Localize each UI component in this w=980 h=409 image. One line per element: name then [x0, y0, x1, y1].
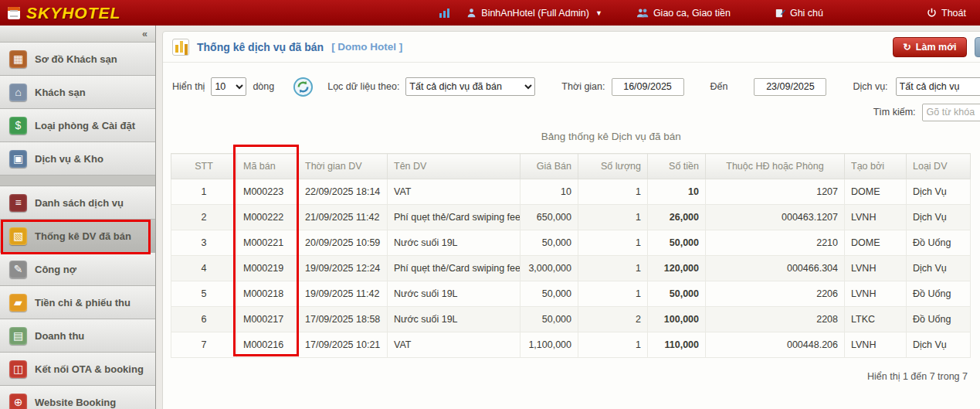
topbar: SKYHOTEL BinhAnHotel (Full Admin) ▼ Giao… — [0, 0, 980, 26]
table-cell: M000218 — [237, 281, 299, 307]
column-header[interactable]: Số lượng — [578, 154, 648, 179]
table-cell: 10 — [521, 179, 578, 205]
user-menu-label: BinhAnHotel (Full Admin) — [481, 8, 589, 19]
table-cell: LVNH — [845, 256, 907, 281]
filter-by-select[interactable]: Tất cả dịch vụ đã bán — [405, 77, 535, 96]
table-title: Bảng thống kê Dịch vụ đã bán — [163, 131, 980, 145]
column-header[interactable]: Thuộc HĐ hoặc Phòng — [706, 154, 845, 179]
sidebar-item-service-warehouse[interactable]: ▣Dịch vụ & Kho — [0, 142, 155, 176]
page-size-select[interactable]: 10 — [211, 77, 246, 96]
column-header[interactable]: STT — [171, 154, 237, 179]
sidebar-item-hotel-building[interactable]: ⌂Khách sạn — [0, 76, 155, 109]
sidebar-item-label: Doanh thu — [35, 330, 84, 342]
search-row: Tìm kiếm: — [172, 103, 980, 121]
report-icon — [172, 39, 189, 56]
table-cell: 1 — [578, 256, 648, 281]
date-to-input[interactable] — [754, 78, 826, 96]
refresh-icon: ↻ — [903, 41, 910, 53]
table-cell: M000219 — [237, 256, 299, 281]
column-header[interactable]: Tên DV — [388, 154, 521, 179]
cash-receipt-icon: ▰ — [9, 294, 27, 312]
column-header[interactable]: Giá Bán — [521, 154, 578, 179]
sidebar-item-hotel-map[interactable]: ▦Sơ đồ Khách sạn — [0, 43, 155, 76]
refresh-button[interactable]: ↻ Làm mới — [893, 37, 966, 57]
table-cell: 000466.304 — [706, 256, 845, 281]
table-cell: 1 — [578, 332, 648, 358]
table-cell: Dịch Vụ — [907, 332, 971, 358]
refresh-data-icon[interactable] — [293, 77, 314, 97]
service-stats-icon: ▧ — [9, 227, 27, 245]
services-sold-table: STTMã bánThời gian DVTên DVGiá BánSố lượ… — [171, 153, 971, 358]
sidebar: « ▦Sơ đồ Khách sạn⌂Khách sạn$Loại phòng … — [0, 26, 156, 409]
sidebar-item-website-booking[interactable]: ⊕Website Booking — [0, 386, 155, 409]
table-cell: VAT — [388, 332, 521, 358]
search-input[interactable] — [922, 104, 980, 121]
table-row[interactable]: 7M00021617/09/2025 10:21VAT1,100,0001110… — [171, 332, 971, 358]
table-cell: M000216 — [237, 332, 299, 358]
app-logo: SKYHOTEL — [26, 4, 120, 22]
sidebar-item-revenue[interactable]: ▤Doanh thu — [0, 319, 155, 353]
user-menu[interactable]: BinhAnHotel (Full Admin) ▼ — [460, 8, 609, 19]
table-cell: 1,100,000 — [521, 332, 578, 358]
table-row[interactable]: 6M00021717/09/2025 18:58Nước suối 19L50,… — [171, 307, 971, 332]
menu-notes[interactable]: Ghi chú — [769, 8, 829, 19]
sidebar-item-service-list[interactable]: ≡Danh sách dịch vụ — [0, 186, 155, 220]
table-cell: 50,000 — [648, 281, 706, 307]
table-row[interactable]: 1M00022322/09/2025 18:14VAT101101207DOME… — [171, 179, 971, 205]
page-title: Thống kê dịch vụ đã bán — [197, 41, 324, 53]
sidebar-collapse-button[interactable]: « — [0, 26, 155, 43]
table-cell: Phí quẹt thẻ/Card swiping fee — [388, 256, 521, 281]
ota-booking-icon: ◫ — [9, 360, 27, 378]
menu-handover[interactable]: Giao ca, Giao tiền — [630, 8, 737, 19]
table-cell: Nước suối 19L — [388, 230, 521, 256]
page-header: Thống kê dịch vụ đã bán [ Domo Hotel ] ↻… — [163, 32, 980, 63]
table-cell: 650,000 — [521, 205, 578, 230]
table-cell: 000463.1207 — [706, 205, 845, 230]
signal-bars-icon[interactable] — [439, 9, 449, 18]
menu-notes-label: Ghi chú — [790, 8, 823, 19]
column-header[interactable]: Loại DV — [907, 154, 971, 179]
column-header[interactable]: Tạo bởi — [845, 154, 907, 179]
service-select[interactable]: Tất cả dịch vụ — [896, 77, 980, 96]
table-cell: 50,000 — [648, 230, 706, 256]
sidebar-item-cash-receipt[interactable]: ▰Tiền chi & phiếu thu — [0, 286, 155, 319]
table-footer: Hiển thị 1 đến 7 trong 7 |◀ ◀ 1 ▶ ▶| — [163, 368, 980, 384]
table-cell: M000222 — [237, 205, 299, 230]
hotel-building-icon: ⌂ — [9, 84, 27, 101]
table-cell: 1 — [578, 281, 648, 307]
column-header[interactable]: Số tiền — [648, 154, 706, 179]
table-header-row: STTMã bánThời gian DVTên DVGiá BánSố lượ… — [171, 154, 971, 179]
date-from-input[interactable] — [612, 78, 684, 96]
sidebar-item-ota-booking[interactable]: ◫Kết nối OTA & booking — [0, 353, 155, 386]
logout-button[interactable]: Thoát — [921, 8, 972, 19]
table-row[interactable]: 3M00022120/09/2025 10:59Nước suối 19L50,… — [171, 230, 971, 256]
export-file-button[interactable]: ↓ Xuất File — [975, 37, 980, 57]
table-cell: Dịch Vụ — [907, 256, 971, 281]
table-row[interactable]: 4M00021919/09/2025 12:24Phí quẹt thẻ/Car… — [171, 256, 971, 281]
sidebar-item-label: Khách sạn — [35, 87, 86, 98]
column-header[interactable]: Thời gian DV — [299, 154, 388, 179]
brand: SKYHOTEL — [8, 4, 120, 22]
table-cell: 17/09/2025 10:21 — [299, 332, 388, 358]
table-cell: 26,000 — [648, 205, 706, 230]
sidebar-item-room-settings[interactable]: $Loại phòng & Cài đặt — [0, 109, 155, 142]
sidebar-item-label: Website Booking — [35, 397, 116, 408]
table-row[interactable]: 5M00021819/09/2025 11:42Nước suối 19L50,… — [171, 281, 971, 307]
table-cell: 7 — [171, 332, 237, 358]
sidebar-item-label: Công nợ — [35, 264, 76, 275]
table-row[interactable]: 2M00022221/09/2025 11:42Phí quẹt thẻ/Car… — [171, 205, 971, 230]
table-cell: Nước suối 19L — [388, 307, 521, 332]
table-cell: 10 — [648, 179, 706, 205]
column-header[interactable]: Mã bán — [237, 154, 299, 179]
table-cell: 22/09/2025 18:14 — [299, 179, 388, 205]
calendar-icon — [8, 7, 20, 19]
menu-handover-label: Giao ca, Giao tiền — [653, 8, 731, 19]
table-cell: 1207 — [706, 179, 845, 205]
content-panel: Thống kê dịch vụ đã bán [ Domo Hotel ] ↻… — [162, 31, 980, 409]
table-cell: Đồ Uống — [907, 281, 971, 307]
sidebar-item-service-stats[interactable]: ▧Thống kê DV đã bán — [0, 220, 155, 253]
service-warehouse-icon: ▣ — [9, 150, 27, 168]
sidebar-item-debt[interactable]: ✎Công nợ — [0, 253, 155, 286]
table-cell: 2208 — [706, 307, 845, 332]
time-label: Thời gian: — [561, 81, 605, 92]
